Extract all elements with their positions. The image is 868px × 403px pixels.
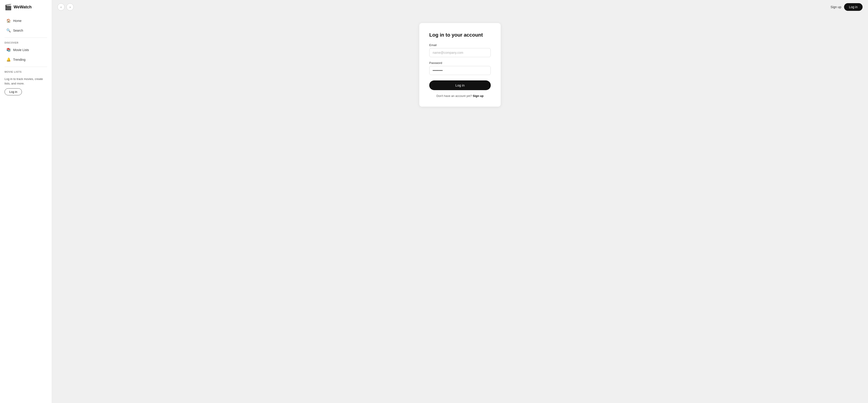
sidebar-nav: 🏠 Home 🔍 Search DISCOVER 📚 Movie Lists 🔔… (0, 14, 52, 100)
forward-button[interactable]: › (66, 3, 74, 11)
email-input[interactable] (429, 48, 491, 57)
login-submit-button[interactable]: Log in (429, 80, 491, 90)
logo-icon: 🎬 (4, 4, 12, 10)
sidebar-item-home[interactable]: 🏠 Home (2, 16, 50, 25)
home-icon: 🏠 (6, 19, 11, 23)
promo-text: Log in to track movies, create lists, an… (4, 77, 47, 86)
footer-text: Don't have an account yet? (436, 94, 472, 98)
app-logo[interactable]: 🎬 WeWatch (0, 0, 52, 14)
password-label: Password (429, 61, 491, 65)
sidebar-item-label: Movie Lists (13, 48, 29, 52)
trending-icon: 🔔 (6, 57, 11, 62)
sidebar: 🎬 WeWatch 🏠 Home 🔍 Search DISCOVER 📚 Mov… (0, 0, 52, 403)
login-footer: Don't have an account yet? Sign up (429, 94, 491, 98)
sidebar-item-label: Search (13, 29, 23, 32)
nav-arrows: ‹ › (57, 3, 74, 11)
discover-section-label: DISCOVER (0, 40, 52, 45)
search-icon: 🔍 (6, 28, 11, 33)
sidebar-item-movie-lists[interactable]: 📚 Movie Lists (2, 45, 50, 54)
sidebar-divider-2 (4, 67, 47, 67)
topbar-signup-link[interactable]: Sign up (831, 5, 841, 9)
movie-lists-section-label: MOVIE LISTS (0, 69, 52, 74)
sidebar-divider (4, 37, 47, 38)
top-bar-actions: Sign up Log in (831, 3, 863, 11)
back-button[interactable]: ‹ (57, 3, 65, 11)
login-card-title: Log in to your account (429, 32, 491, 38)
email-label: Email (429, 43, 491, 47)
sidebar-item-label: Trending (13, 58, 26, 62)
email-form-group: Email (429, 43, 491, 57)
sidebar-item-search[interactable]: 🔍 Search (2, 26, 50, 35)
movie-lists-promo: Log in to track movies, create lists, an… (0, 74, 52, 98)
login-card: Log in to your account Email Password Lo… (419, 23, 501, 107)
signup-cta-link[interactable]: Sign up (473, 94, 484, 98)
top-bar: ‹ › Sign up Log in (52, 0, 868, 14)
password-input[interactable] (429, 66, 491, 75)
page-area: Log in to your account Email Password Lo… (52, 14, 868, 403)
sidebar-login-button[interactable]: Log in (4, 88, 22, 95)
main-content: ‹ › Sign up Log in Log in to your accoun… (52, 0, 868, 403)
topbar-login-button[interactable]: Log in (844, 3, 863, 11)
password-form-group: Password (429, 61, 491, 75)
sidebar-item-trending[interactable]: 🔔 Trending (2, 55, 50, 64)
sidebar-item-label: Home (13, 19, 22, 23)
app-title: WeWatch (13, 5, 32, 9)
movie-lists-icon: 📚 (6, 48, 11, 52)
